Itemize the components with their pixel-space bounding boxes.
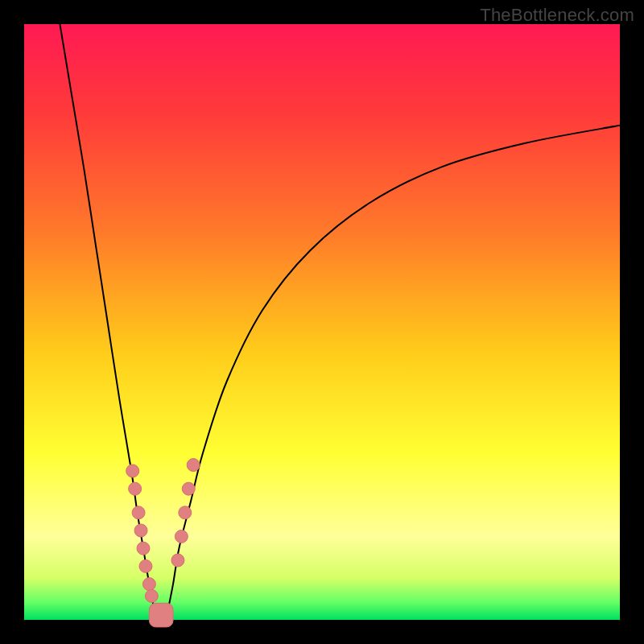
chart-stage: TheBottleneck.com [0, 0, 644, 644]
markers-right [171, 459, 200, 567]
data-marker [145, 589, 158, 602]
data-marker [139, 559, 152, 572]
floor-blob [149, 603, 173, 627]
data-marker [137, 542, 150, 555]
data-marker [126, 464, 139, 477]
data-marker [134, 524, 147, 537]
curve-right [167, 126, 620, 614]
data-marker [182, 482, 195, 495]
data-marker [187, 459, 200, 472]
data-marker [179, 506, 192, 519]
data-marker [129, 482, 142, 495]
data-marker [171, 554, 184, 567]
data-marker [132, 506, 145, 519]
data-marker [142, 578, 155, 591]
data-marker [175, 530, 188, 543]
watermark-text: TheBottleneck.com [480, 5, 634, 26]
markers-left [126, 464, 159, 602]
chart-frame [24, 24, 620, 620]
plot-svg [24, 24, 620, 620]
